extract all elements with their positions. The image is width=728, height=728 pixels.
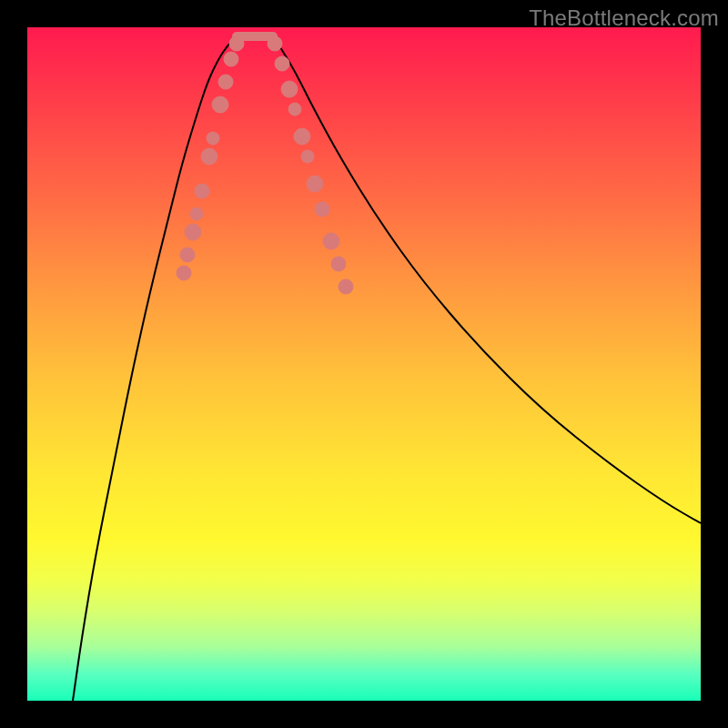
- data-dot: [201, 148, 217, 165]
- data-dot: [288, 103, 301, 116]
- bottleneck-plot: [27, 27, 701, 701]
- data-dot: [218, 75, 233, 89]
- data-dot: [331, 257, 346, 271]
- data-dot: [339, 279, 353, 294]
- watermark-text: TheBottleneck.com: [529, 5, 719, 31]
- data-dots: [177, 36, 353, 294]
- data-dot: [195, 184, 209, 198]
- data-dot: [185, 224, 201, 240]
- curve-right: [273, 36, 701, 523]
- data-dot: [268, 36, 282, 51]
- data-dot: [315, 202, 329, 217]
- data-dot: [307, 176, 323, 192]
- data-dot: [180, 248, 195, 262]
- data-dot: [294, 128, 310, 145]
- data-dot: [212, 96, 228, 113]
- data-dot: [177, 266, 191, 280]
- data-dot: [281, 81, 298, 97]
- data-dot: [323, 233, 339, 249]
- data-dot: [224, 52, 238, 66]
- data-dot: [301, 150, 314, 163]
- data-dot: [229, 36, 244, 51]
- data-dot: [275, 56, 289, 71]
- data-dot: [207, 132, 219, 145]
- chart-frame: [27, 27, 701, 701]
- data-dot: [190, 207, 203, 220]
